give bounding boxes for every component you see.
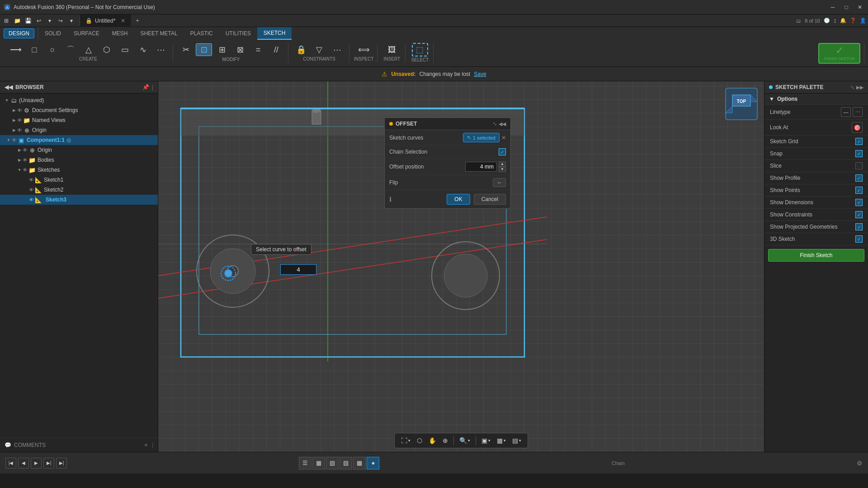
modify-scissor-button[interactable]: ✂ [178, 44, 194, 56]
ribbon-tab-solid[interactable]: SOLID [38, 27, 67, 40]
redo-dropdown[interactable]: ▾ [67, 16, 76, 25]
close-button[interactable]: ✕ [855, 3, 864, 12]
tree-item-origin-root[interactable]: ▶ 👁 ⊕ Origin [0, 125, 158, 135]
sketch-grid-checkbox[interactable]: ✓ [855, 138, 863, 145]
tree-item-origin-nested[interactable]: ▶ 👁 ⊕ Origin [0, 145, 158, 155]
save-button[interactable]: 💾 [24, 16, 33, 25]
play-to-end-button[interactable]: ▶| [56, 458, 67, 469]
modify-extend-button[interactable]: ⊠ [232, 44, 248, 56]
eye-namedviews[interactable]: 👁 [17, 117, 22, 123]
ribbon-tab-plastic[interactable]: PLASTIC [184, 27, 219, 40]
modify-trim-button[interactable]: ⊞ [214, 44, 230, 56]
tree-item-root[interactable]: ▼ 🗂 (Unsaved) [0, 95, 158, 105]
palette-collapse-button[interactable]: ▶▶ [856, 84, 863, 90]
minimize-button[interactable]: ─ [828, 3, 837, 12]
offset-spin-up[interactable]: ▲ [499, 161, 506, 167]
modify-offset-button[interactable]: ⊡ [196, 43, 212, 56]
vp-zoom-mode-button[interactable]: 🔍 ▾ [457, 435, 473, 446]
create-polygon-button[interactable]: ⬡ [99, 44, 115, 56]
eye-origin-nested[interactable]: 👁 [23, 147, 28, 153]
sketch-mode-4-button[interactable]: ▨ [340, 457, 352, 469]
eye-sketch1[interactable]: 👁 [29, 177, 34, 183]
show-constraints-checkbox[interactable]: ✓ [855, 211, 863, 218]
offset-value-input[interactable] [280, 264, 316, 275]
tree-item-bodies[interactable]: ▶ 👁 📁 Bodies [0, 155, 158, 165]
browser-collapse-icon[interactable]: ◀◀ [5, 84, 13, 90]
modify-scale-button[interactable]: // [268, 44, 284, 56]
offset-dialog-collapse[interactable]: ◀◀ [499, 121, 506, 127]
tab-close-icon[interactable]: ✕ [121, 18, 125, 24]
nav-cube[interactable]: TOP [723, 86, 760, 122]
inspect-dim-button[interactable]: ⟺ [355, 44, 373, 56]
eye-docsettings[interactable]: 👁 [17, 108, 22, 113]
play-prev-button[interactable]: ◀ [18, 458, 29, 469]
grid-menu-button[interactable]: ⊞ [2, 16, 11, 25]
ribbon-tab-sheetmetal[interactable]: SHEET METAL [134, 27, 184, 40]
tree-item-sketch3[interactable]: ▶ 👁 📐 Sketch3 [0, 195, 158, 205]
flip-button[interactable]: ↔ [493, 178, 506, 187]
show-projected-checkbox[interactable]: ✓ [855, 223, 863, 230]
play-button[interactable]: ▶ [31, 458, 42, 469]
eye-sketches[interactable]: 👁 [23, 167, 28, 173]
viewport[interactable]: Select curve to offset TOP OFFSET [158, 81, 764, 452]
vp-pan-button[interactable]: ✋ [426, 435, 439, 446]
ribbon-tab-surface[interactable]: SURFACE [67, 27, 106, 40]
look-at-button[interactable]: 🎯 [852, 122, 863, 133]
eye-bodies[interactable]: 👁 [23, 157, 28, 163]
options-header[interactable]: ▼ Options [764, 94, 868, 105]
tree-item-sketch1[interactable]: ▶ 👁 📐 Sketch1 [0, 175, 158, 185]
ribbon-tab-mesh[interactable]: MESH [106, 27, 134, 40]
browser-pin-icon[interactable]: 📌 [142, 84, 149, 90]
sketch-mode-1-button[interactable]: ☰ [299, 457, 311, 469]
create-arc-button[interactable]: ⌒ [62, 44, 79, 56]
tree-arrow-bodies[interactable]: ▶ [16, 157, 23, 163]
vp-snap-button[interactable]: ⛶ ▾ [398, 435, 413, 446]
redo-button[interactable]: ↪ [56, 16, 65, 25]
constraint-triangle-button[interactable]: ▽ [311, 44, 327, 56]
undo-button[interactable]: ↩ [34, 16, 43, 25]
offset-dialog-expand[interactable]: ⤡ [493, 121, 497, 127]
ribbon-tab-utilities[interactable]: UTILITIES [219, 27, 257, 40]
tree-item-sketch2[interactable]: ▶ 👁 📐 Sketch2 [0, 185, 158, 195]
vp-more-button[interactable]: ▤ ▾ [509, 435, 524, 446]
finish-sketch-palette-button[interactable]: Finish Sketch [768, 249, 864, 262]
tree-arrow-namedviews[interactable]: ▶ [11, 117, 17, 123]
constraint-coincident-button[interactable]: 🔒 [293, 44, 309, 56]
play-next-button[interactable]: ▶| [43, 458, 54, 469]
offset-position-input[interactable] [465, 162, 497, 172]
show-dimensions-checkbox[interactable]: ✓ [855, 199, 863, 206]
sketch-curves-select-button[interactable]: ↖ 1 selected [463, 133, 500, 142]
cancel-button[interactable]: Cancel [474, 194, 506, 205]
tree-item-component1[interactable]: ▼ 👁 ▣ Component1:1 ◎ [0, 135, 158, 145]
tree-arrow-origin-root[interactable]: ▶ [11, 127, 17, 133]
chain-selection-checkbox[interactable]: ✓ [499, 148, 506, 155]
linetype-dashed-button[interactable]: ⋯ [853, 107, 863, 117]
ribbon-tab-sketch[interactable]: SKETCH [257, 27, 292, 40]
select-box-button[interactable]: ⬚ [412, 43, 428, 56]
new-tab-button[interactable]: ＋ [133, 16, 142, 25]
finish-sketch-button[interactable]: ✓ FINISH SKETCH [818, 43, 860, 64]
sketch-mode-3-button[interactable]: ▧ [326, 457, 339, 469]
save-link[interactable]: Save [474, 71, 486, 77]
insert-image-button[interactable]: 🖼 [384, 44, 400, 56]
tree-arrow-docsettings[interactable]: ▶ [11, 107, 17, 113]
constraint-more-button[interactable]: ⋯ [329, 44, 345, 56]
sketch-mode-5-button[interactable]: ▩ [353, 457, 366, 469]
eye-component1[interactable]: 👁 [12, 137, 17, 143]
add-comment-button[interactable]: ＋ [143, 441, 149, 449]
modify-mirror-button[interactable]: = [250, 44, 266, 56]
create-line-button[interactable]: ⟶ [7, 44, 24, 56]
tree-arrow-root[interactable]: ▼ [4, 97, 10, 103]
undo-dropdown[interactable]: ▾ [45, 16, 54, 25]
vp-grid-button[interactable]: ▣ ▾ [479, 435, 493, 446]
palette-expand-button[interactable]: ⤡ [850, 84, 854, 90]
vp-display-mode-button[interactable]: ▦ ▾ [494, 435, 509, 446]
offset-spin-down[interactable]: ▼ [499, 167, 506, 172]
clear-selection-button[interactable]: ✕ [501, 135, 506, 141]
show-points-checkbox[interactable]: ✓ [855, 187, 863, 194]
vp-display-button[interactable]: ⬡ [414, 435, 425, 446]
eye-origin-root[interactable]: 👁 [17, 127, 22, 133]
tree-arrow-sketches[interactable]: ▼ [16, 167, 23, 173]
3d-sketch-checkbox[interactable]: ✓ [855, 235, 863, 243]
vp-zoom-button[interactable]: ⊕ [440, 435, 451, 446]
